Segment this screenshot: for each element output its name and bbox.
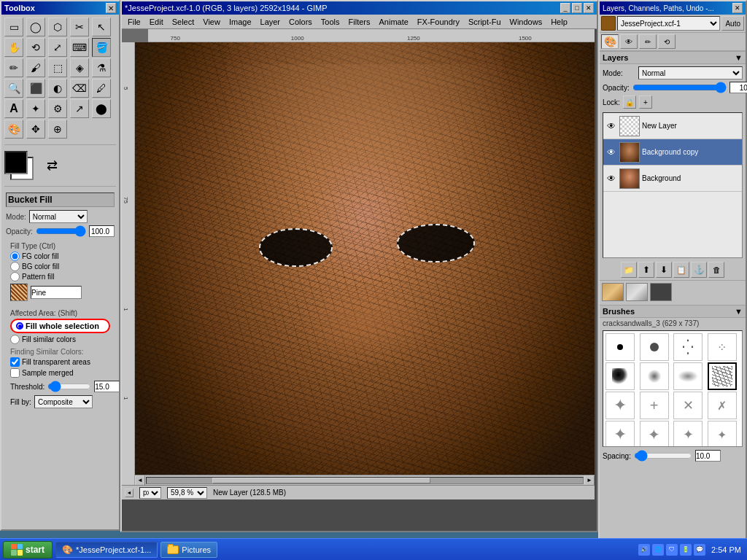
tool-paths[interactable]: ⬤ (92, 99, 111, 118)
fill-whole-selection-button[interactable]: Fill whole selection (10, 319, 110, 333)
layer-mode-select[interactable]: Normal (638, 66, 743, 79)
tool-bucket-fill[interactable]: 🪣 (92, 38, 111, 57)
menu-file[interactable]: File (123, 16, 145, 28)
brush-color-swatch-2[interactable] (626, 283, 648, 301)
lock-position-button[interactable]: + (639, 96, 652, 109)
fg-fill-option[interactable]: FG color fill (10, 252, 110, 261)
brush-item-16[interactable]: ✦ (708, 421, 737, 447)
brush-item-1[interactable] (605, 333, 635, 361)
layers-tab-path[interactable]: ✏ (639, 34, 657, 49)
tool-eraser[interactable]: ⬚ (48, 58, 67, 77)
tool-rotate[interactable]: ⌨ (70, 38, 89, 57)
menu-help[interactable]: Help (546, 16, 572, 28)
zoom-select[interactable]: 59,8 % (167, 487, 207, 499)
color-swatches[interactable] (4, 151, 41, 180)
menu-tools[interactable]: Tools (317, 16, 344, 28)
tool-rect-select[interactable]: ▭ (4, 18, 23, 36)
menu-layer[interactable]: Layer (256, 16, 285, 28)
menu-filters[interactable]: Filters (344, 16, 375, 28)
tool-heal[interactable]: ⬛ (26, 79, 45, 98)
fill-transparent-checkbox[interactable] (10, 357, 20, 367)
pattern-name-input[interactable] (31, 286, 82, 299)
toolbox-close-button[interactable]: ✕ (106, 3, 116, 13)
layer-opacity-slider[interactable] (632, 82, 727, 93)
swap-colors-button[interactable]: ⇄ (47, 158, 58, 174)
menu-animate[interactable]: Animate (374, 16, 412, 28)
lock-pixels-button[interactable]: 🔒 (623, 96, 636, 109)
pattern-fill-option[interactable]: Pattern fill (10, 272, 110, 281)
brush-item-7[interactable] (673, 362, 703, 390)
fg-fill-radio[interactable] (10, 252, 20, 261)
brush-item-10[interactable]: + (640, 392, 669, 419)
menu-fx-foundry[interactable]: FX-Foundry (413, 16, 464, 28)
tool-move[interactable]: ✋ (4, 38, 23, 57)
layers-tab-history[interactable]: ⟲ (658, 34, 676, 49)
project-select[interactable]: JesseProject.xcf-1 (617, 16, 720, 31)
layers-panel-close-button[interactable]: ✕ (732, 3, 743, 13)
brush-item-15[interactable]: ✦ (673, 421, 703, 447)
layer-item-new-layer[interactable]: 👁 New Layer (603, 113, 742, 139)
layer-visibility-new[interactable]: 👁 (605, 120, 617, 132)
tool-by-color[interactable]: ↖ (92, 18, 111, 36)
menu-colors[interactable]: Colors (285, 16, 317, 28)
spacing-slider[interactable] (634, 451, 692, 461)
duplicate-layer-button[interactable]: 📋 (673, 262, 689, 278)
bg-fill-option[interactable]: BG color fill (10, 262, 110, 271)
sample-merged-checkbox[interactable] (10, 368, 20, 378)
gimp-maximize-button[interactable]: □ (572, 3, 582, 13)
canvas-content[interactable] (135, 42, 595, 475)
scroll-right-button[interactable]: ► (584, 475, 595, 486)
tool-align[interactable]: ⟲ (26, 38, 45, 57)
scrollbar-track[interactable] (146, 477, 584, 484)
tool-ellipse-select[interactable]: ◯ (26, 18, 45, 36)
fill-similar-radio[interactable] (10, 335, 20, 344)
fill-by-select[interactable]: Composite (34, 395, 93, 408)
brush-item-4[interactable]: ⁘ (708, 333, 737, 361)
tool-paintbrush[interactable]: 🖌 (26, 58, 45, 77)
tool-colorpick[interactable]: ✦ (26, 99, 45, 118)
brush-color-swatch-1[interactable] (602, 283, 624, 301)
brush-item-11[interactable]: ✕ (673, 392, 703, 419)
tool-text[interactable]: A (4, 99, 23, 118)
tool-transform[interactable]: ✥ (26, 120, 45, 139)
brush-item-12[interactable]: ✗ (708, 392, 737, 419)
tool-crop[interactable]: ⤢ (48, 38, 67, 57)
layers-tab-eye[interactable]: 👁 (620, 34, 638, 49)
brush-item-6[interactable] (640, 362, 669, 390)
menu-image[interactable]: Image (225, 16, 256, 28)
anchor-layer-button[interactable]: ⚓ (691, 262, 707, 278)
tool-perspective-clone[interactable]: ◐ (48, 79, 67, 98)
sample-merged-option[interactable]: Sample merged (10, 368, 110, 378)
tool-measure[interactable]: ⚙ (48, 99, 67, 118)
tool-smudge[interactable]: 🖊 (92, 79, 111, 98)
opacity-input[interactable] (89, 225, 115, 237)
pattern-fill-radio[interactable] (10, 272, 20, 281)
pattern-thumbnail[interactable] (10, 284, 28, 301)
brush-item-3[interactable]: ⁛ (673, 333, 703, 361)
auto-button[interactable]: Auto (721, 16, 744, 31)
raise-layer-button[interactable]: ⬆ (638, 262, 654, 278)
gimp-close-button[interactable]: ✕ (584, 3, 594, 13)
tool-color-balance[interactable]: 🎨 (4, 120, 23, 139)
unit-select[interactable]: px (139, 487, 161, 499)
brush-item-13[interactable]: ✦ (605, 421, 635, 447)
fill-transparent-option[interactable]: Fill transparent areas (10, 357, 110, 367)
brush-item-9[interactable]: ✦ (605, 392, 635, 419)
menu-windows[interactable]: Windows (506, 16, 547, 28)
threshold-slider[interactable] (47, 381, 91, 392)
scrollbar-thumb[interactable] (212, 478, 430, 483)
layer-visibility-bg[interactable]: 👁 (605, 173, 617, 184)
brush-color-swatch-3[interactable] (650, 283, 672, 301)
status-nav-left-button[interactable]: ◄ (125, 489, 133, 497)
layers-tab-colors[interactable]: 🎨 (601, 34, 619, 49)
lower-layer-button[interactable]: ⬇ (656, 262, 672, 278)
menu-edit[interactable]: Edit (145, 16, 168, 28)
mode-select[interactable]: Normal (29, 210, 88, 223)
layer-item-bg-copy[interactable]: 👁 Background copy (603, 139, 742, 166)
brush-item-2[interactable] (640, 333, 669, 361)
menu-view[interactable]: View (198, 16, 225, 28)
delete-layer-button[interactable]: 🗑 (708, 262, 724, 278)
tool-blur[interactable]: ⌫ (70, 79, 89, 98)
start-button[interactable]: start (3, 541, 53, 559)
bg-fill-radio[interactable] (10, 262, 20, 271)
